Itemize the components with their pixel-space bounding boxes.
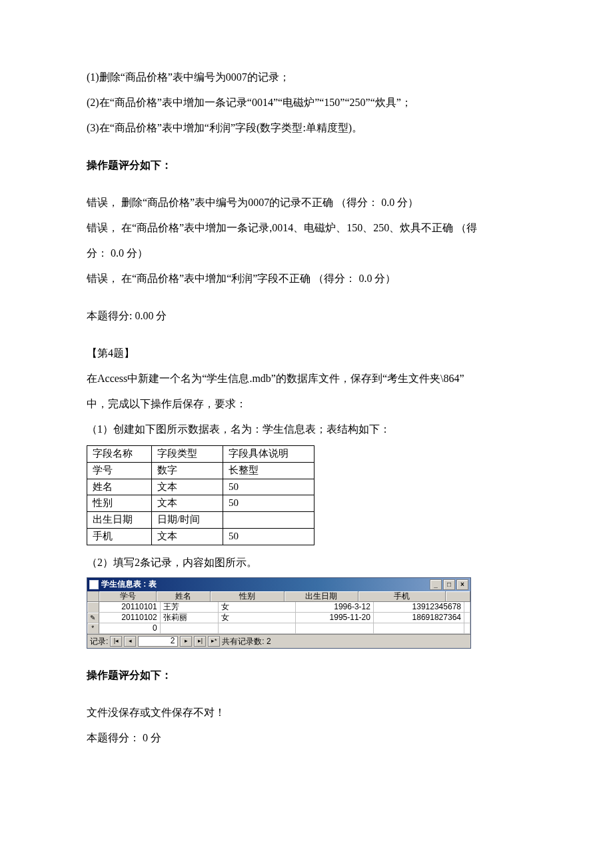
struct-cell: 文本	[152, 495, 223, 512]
table-header-row: 学号 姓名 性别 出生日期 手机	[87, 591, 470, 602]
q3-step-2: (2)在“商品价格”表中增加一条记录“0014”“电磁炉”“150”“250”“…	[87, 92, 526, 113]
grading-line-3: 错误， 在“商品价格”表中增加“利润”字段不正确 （得分： 0.0 分）	[87, 268, 526, 289]
cell[interactable]	[464, 623, 470, 634]
cell[interactable]: 1996-3-12	[296, 602, 374, 613]
grading-line-1: 错误， 删除“商品价格”表中编号为0007的记录不正确 （得分： 0.0 分）	[87, 192, 526, 213]
record-label: 记录:	[90, 637, 108, 646]
table-row-new[interactable]: * 0	[87, 623, 470, 634]
q3-step-3: (3)在“商品价格”表中增加“利润”字段(数字类型:单精度型)。	[87, 117, 526, 139]
record-total-label: 共有记录数: 2	[222, 637, 271, 646]
cell[interactable]: 20110101	[99, 602, 161, 613]
table-row[interactable]: 20110101 王芳 女 1996-3-12 13912345678	[87, 602, 470, 613]
minimize-button[interactable]: _	[430, 579, 442, 590]
grading-header-1: 操作题评分如下：	[87, 155, 526, 176]
cell[interactable]: 女	[219, 613, 297, 623]
nav-prev-button[interactable]: ◂	[124, 636, 136, 647]
score-2: 本题得分： 0 分	[87, 727, 526, 749]
q4-step-2: （2）填写2条记录，内容如图所示。	[87, 552, 526, 573]
cell[interactable]: 20110102	[99, 613, 161, 623]
nav-new-button[interactable]: ▸*	[208, 636, 220, 647]
struct-cell: 姓名	[87, 479, 152, 495]
table-icon	[89, 580, 99, 589]
grading-2-line-1: 文件没保存或文件保存不对！	[87, 702, 526, 723]
field-structure-table: 字段名称 字段类型 字段具体说明 学号 数字 长整型 姓名 文本 50 性别 文…	[87, 445, 314, 545]
col-header[interactable]: 姓名	[157, 591, 211, 602]
cell[interactable]	[464, 602, 470, 613]
col-header-spacer	[446, 591, 470, 602]
nav-first-button[interactable]: |◂	[110, 636, 122, 647]
col-header[interactable]: 手机	[358, 591, 446, 602]
cell[interactable]: 1995-11-20	[296, 613, 374, 623]
record-number-input[interactable]: 2	[138, 636, 178, 647]
col-header[interactable]: 学号	[99, 591, 157, 602]
struct-hdr-detail: 字段具体说明	[223, 446, 314, 463]
col-header[interactable]: 性别	[211, 591, 285, 602]
q4-title: 【第4题】	[87, 343, 526, 364]
grading-line-2b: 分： 0.0 分）	[87, 243, 526, 264]
cell[interactable]: 王芳	[161, 602, 219, 613]
q3-step-1: (1)删除“商品价格”表中编号为0007的记录；	[87, 67, 526, 88]
struct-cell: 性别	[87, 495, 152, 512]
struct-cell	[223, 512, 314, 529]
nav-next-button[interactable]: ▸	[180, 636, 192, 647]
struct-cell: 文本	[152, 528, 223, 545]
cell[interactable]	[219, 623, 297, 634]
record-navigator: 记录: |◂ ◂ 2 ▸ ▸| ▸* 共有记录数: 2	[87, 634, 470, 648]
window-titlebar[interactable]: 学生信息表 : 表 _ □ ×	[87, 578, 470, 591]
row-selector-new-icon[interactable]: *	[87, 623, 99, 634]
struct-hdr-type: 字段类型	[152, 446, 223, 463]
close-button[interactable]: ×	[456, 579, 468, 590]
row-selector[interactable]	[87, 602, 99, 613]
struct-cell: 文本	[152, 479, 223, 495]
struct-hdr-name: 字段名称	[87, 446, 152, 463]
col-header[interactable]: 出生日期	[285, 591, 358, 602]
window-title: 学生信息表 : 表	[101, 580, 157, 589]
access-table-window: 学生信息表 : 表 _ □ × 学号 姓名 性别 出生日期 手机 2011010…	[87, 577, 471, 649]
struct-cell: 手机	[87, 528, 152, 545]
struct-cell: 50	[223, 528, 314, 545]
struct-cell: 长整型	[223, 462, 314, 479]
cell[interactable]: 18691827364	[374, 613, 464, 623]
struct-cell: 出生日期	[87, 512, 152, 529]
row-selector-editing-icon[interactable]: ✎	[87, 613, 99, 623]
q4-body-1: 在Access中新建一个名为“学生信息.mdb”的数据库文件，保存到“考生文件夹…	[87, 368, 526, 389]
cell[interactable]: 13912345678	[374, 602, 464, 613]
nav-last-button[interactable]: ▸|	[194, 636, 206, 647]
cell[interactable]	[464, 613, 470, 623]
cell[interactable]	[161, 623, 219, 634]
q4-step-1: （1）创建如下图所示数据表，名为：学生信息表；表结构如下：	[87, 419, 526, 440]
score-1: 本题得分: 0.00 分	[87, 305, 526, 327]
cell[interactable]	[374, 623, 464, 634]
cell[interactable]: 0	[99, 623, 161, 634]
maximize-button[interactable]: □	[443, 579, 455, 590]
struct-cell: 数字	[152, 462, 223, 479]
grading-line-2a: 错误， 在“商品价格”表中增加一条记录,0014、电磁炉、150、250、炊具不…	[87, 217, 526, 239]
cell[interactable]: 女	[219, 602, 297, 613]
struct-cell: 学号	[87, 462, 152, 479]
struct-cell: 50	[223, 495, 314, 512]
table-row[interactable]: ✎ 20110102 张莉丽 女 1995-11-20 18691827364	[87, 613, 470, 623]
grading-header-2: 操作题评分如下：	[87, 665, 526, 686]
cell[interactable]: 张莉丽	[161, 613, 219, 623]
struct-cell: 50	[223, 479, 314, 495]
cell[interactable]	[296, 623, 374, 634]
struct-cell: 日期/时间	[152, 512, 223, 529]
q4-body-2: 中，完成以下操作后保存，要求：	[87, 393, 526, 415]
